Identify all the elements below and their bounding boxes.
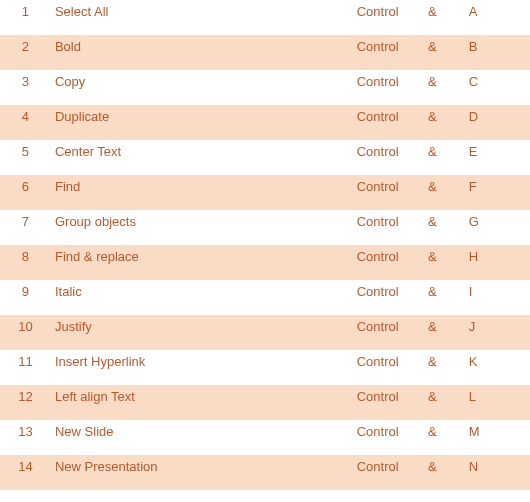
row-number: 3 [0, 70, 51, 105]
table-row: 5Center TextControl&E [0, 140, 530, 175]
row-number: 4 [0, 105, 51, 140]
shortcut-key: N [469, 455, 530, 490]
shortcut-key: C [469, 70, 530, 105]
table-row: 1Select AllControl&A [0, 0, 530, 35]
modifier-key: Control [357, 210, 428, 245]
row-number: 5 [0, 140, 51, 175]
action-name: Select All [51, 0, 357, 35]
joiner-symbol: & [428, 350, 469, 385]
table-row: 12Left align TextControl&L [0, 385, 530, 420]
shortcut-key: B [469, 35, 530, 70]
shortcut-key: I [469, 280, 530, 315]
modifier-key: Control [357, 140, 428, 175]
modifier-key: Control [357, 175, 428, 210]
row-number: 1 [0, 0, 51, 35]
row-number: 7 [0, 210, 51, 245]
row-number: 8 [0, 245, 51, 280]
joiner-symbol: & [428, 245, 469, 280]
table-row: 2BoldControl&B [0, 35, 530, 70]
action-name: New Slide [51, 420, 357, 455]
joiner-symbol: & [428, 315, 469, 350]
joiner-symbol: & [428, 280, 469, 315]
shortcut-key: M [469, 420, 530, 455]
shortcut-key: H [469, 245, 530, 280]
table-row: 3CopyControl&C [0, 70, 530, 105]
action-name: Find [51, 175, 357, 210]
modifier-key: Control [357, 385, 428, 420]
modifier-key: Control [357, 420, 428, 455]
joiner-symbol: & [428, 210, 469, 245]
action-name: Center Text [51, 140, 357, 175]
shortcut-key: F [469, 175, 530, 210]
action-name: Bold [51, 35, 357, 70]
row-number: 11 [0, 350, 51, 385]
modifier-key: Control [357, 0, 428, 35]
shortcut-key: A [469, 0, 530, 35]
joiner-symbol: & [428, 70, 469, 105]
row-number: 12 [0, 385, 51, 420]
modifier-key: Control [357, 350, 428, 385]
action-name: New Presentation [51, 455, 357, 490]
joiner-symbol: & [428, 105, 469, 140]
joiner-symbol: & [428, 420, 469, 455]
shortcut-table: 1Select AllControl&A2BoldControl&B3CopyC… [0, 0, 530, 490]
joiner-symbol: & [428, 175, 469, 210]
shortcut-key: J [469, 315, 530, 350]
shortcut-key: D [469, 105, 530, 140]
action-name: Copy [51, 70, 357, 105]
table-row: 4DuplicateControl&D [0, 105, 530, 140]
modifier-key: Control [357, 70, 428, 105]
modifier-key: Control [357, 280, 428, 315]
row-number: 2 [0, 35, 51, 70]
action-name: Duplicate [51, 105, 357, 140]
joiner-symbol: & [428, 385, 469, 420]
joiner-symbol: & [428, 455, 469, 490]
table-row: 8Find & replaceControl&H [0, 245, 530, 280]
action-name: Left align Text [51, 385, 357, 420]
shortcut-key: L [469, 385, 530, 420]
shortcut-key: G [469, 210, 530, 245]
table-row: 13New SlideControl&M [0, 420, 530, 455]
shortcut-key: K [469, 350, 530, 385]
action-name: Find & replace [51, 245, 357, 280]
shortcut-key: E [469, 140, 530, 175]
row-number: 13 [0, 420, 51, 455]
row-number: 6 [0, 175, 51, 210]
modifier-key: Control [357, 105, 428, 140]
table-row: 7Group objectsControl&G [0, 210, 530, 245]
action-name: Group objects [51, 210, 357, 245]
table-row: 11Insert HyperlinkControl&K [0, 350, 530, 385]
action-name: Insert Hyperlink [51, 350, 357, 385]
table-row: 9ItalicControl&I [0, 280, 530, 315]
row-number: 9 [0, 280, 51, 315]
joiner-symbol: & [428, 0, 469, 35]
joiner-symbol: & [428, 35, 469, 70]
joiner-symbol: & [428, 140, 469, 175]
modifier-key: Control [357, 315, 428, 350]
table-row: 6FindControl&F [0, 175, 530, 210]
table-row: 10JustifyControl&J [0, 315, 530, 350]
modifier-key: Control [357, 245, 428, 280]
action-name: Italic [51, 280, 357, 315]
row-number: 14 [0, 455, 51, 490]
row-number: 10 [0, 315, 51, 350]
modifier-key: Control [357, 455, 428, 490]
modifier-key: Control [357, 35, 428, 70]
table-row: 14New PresentationControl&N [0, 455, 530, 490]
action-name: Justify [51, 315, 357, 350]
